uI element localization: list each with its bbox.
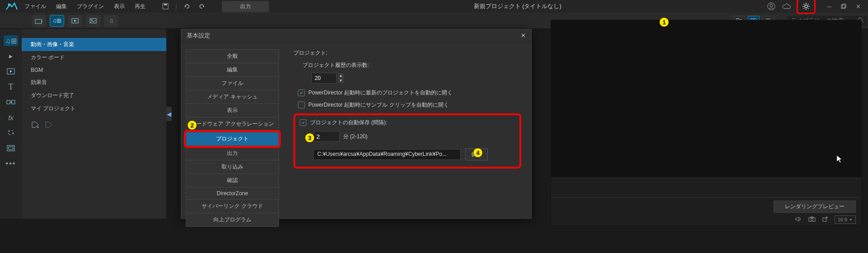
svg-rect-44 — [823, 218, 826, 221]
autosave-path-field[interactable]: C:¥Users¥arcsa¥AppData¥Roaming¥CyberLink… — [313, 149, 461, 160]
svg-rect-28 — [7, 69, 14, 74]
svg-point-33 — [9, 131, 10, 132]
open-recent-label: PowerDirector 起動時に最新のプロジェクトを自動的に開く — [308, 89, 453, 97]
project-title: 新規プロジェクト (タイトルなし) — [270, 2, 765, 10]
svg-rect-9 — [842, 4, 846, 8]
lib-item-media[interactable]: 動画・画像・音楽 — [22, 38, 166, 51]
lib-item-bgm[interactable]: BGM — [22, 64, 166, 76]
rail-video-icon[interactable] — [4, 66, 18, 77]
volume-icon[interactable] — [795, 216, 802, 224]
media-filter-image-icon[interactable] — [86, 15, 100, 27]
nav-hwaccel[interactable]: ハードウェア アクセラレーション — [186, 117, 279, 131]
svg-point-37 — [8, 133, 9, 134]
nav-file[interactable]: ファイル — [186, 77, 279, 90]
lib-item-downloaded[interactable]: ダウンロード完了 — [22, 89, 166, 102]
settings-nav: 全般 編集 ファイル メディア キャッシュ 表示 ハードウェア アクセラレーショ… — [181, 42, 283, 218]
sidebar-collapse-handle[interactable]: ◀ — [166, 107, 172, 121]
nav-project-highlight-box: プロジェクト — [184, 130, 281, 148]
render-preview-button[interactable]: レンダリングプレビュー — [774, 201, 856, 213]
popout-icon[interactable] — [822, 216, 828, 224]
svg-point-35 — [13, 133, 14, 134]
autosave-interval-input[interactable] — [313, 131, 340, 142]
tag-remove-icon[interactable] — [44, 121, 53, 131]
gear-icon[interactable] — [801, 1, 811, 12]
nav-output[interactable]: 出力 — [186, 147, 279, 160]
nav-general[interactable]: 全般 — [186, 49, 279, 63]
history-count-label: プロジェクト履歴の表示数: — [302, 61, 521, 69]
history-up-icon[interactable]: ▲ — [338, 73, 344, 78]
rail-media-icon[interactable]: ♫⊞ — [4, 35, 18, 46]
svg-point-7 — [805, 5, 807, 8]
menu-plugins[interactable]: プラグイン — [72, 1, 108, 12]
dialog-close-icon[interactable]: ✕ — [521, 32, 526, 39]
autosave-interval-unit: 分 (2-120) — [343, 133, 368, 141]
svg-point-42 — [811, 218, 813, 220]
undo-icon[interactable] — [181, 1, 192, 12]
rail-chevron-right-icon[interactable]: ▶ — [4, 51, 18, 61]
media-filter-all-icon[interactable]: ♫⊞ — [50, 15, 64, 27]
nav-confirm[interactable]: 確認 — [186, 174, 279, 187]
nav-mediacache[interactable]: メディア キャッシュ — [186, 90, 279, 104]
svg-marker-32 — [11, 101, 12, 103]
tag-add-icon[interactable]: + — [31, 121, 40, 131]
open-recent-checkbox[interactable] — [298, 89, 305, 96]
rail-transition-icon[interactable] — [4, 97, 18, 108]
minimize-icon[interactable]: ─ — [824, 1, 835, 12]
callout-1: 1 — [659, 17, 669, 27]
save-icon[interactable] — [160, 1, 171, 12]
svg-rect-38 — [7, 145, 14, 151]
project-heading: プロジェクト: — [293, 49, 521, 57]
svg-marker-12 — [74, 19, 76, 22]
rail-fx-icon[interactable]: fx — [4, 112, 18, 123]
svg-point-6 — [770, 4, 773, 7]
lib-item-colorboard[interactable]: カラー ボード — [22, 51, 166, 64]
svg-text:+: + — [37, 125, 39, 130]
open-sample-checkbox[interactable] — [298, 102, 305, 108]
snapshot-icon[interactable] — [808, 216, 816, 223]
history-down-icon[interactable]: ▼ — [338, 78, 344, 83]
preview-panel: レンダリングプレビュー 16:9 ▼ — [551, 20, 862, 226]
nav-display[interactable]: 表示 — [186, 104, 279, 117]
svg-rect-8 — [841, 5, 845, 9]
lib-item-myprojects[interactable]: マイ プロジェクト — [22, 102, 166, 115]
svg-point-5 — [768, 3, 775, 10]
media-filter-video-icon[interactable] — [68, 15, 82, 27]
nav-editing[interactable]: 編集 — [186, 63, 279, 77]
redo-icon[interactable] — [197, 1, 208, 12]
menu-edit[interactable]: 編集 — [52, 1, 71, 12]
output-button[interactable]: 出力 — [222, 1, 269, 12]
import-icon[interactable] — [32, 15, 46, 27]
menu-view[interactable]: 表示 — [109, 1, 129, 12]
media-filter-audio-icon[interactable]: ♫ — [104, 15, 118, 27]
dialog-title-text: 基本設定 — [187, 32, 210, 40]
svg-rect-1 — [163, 4, 168, 9]
account-icon[interactable] — [766, 1, 777, 12]
callout-3: 3 — [305, 133, 315, 143]
rail-frame-icon[interactable] — [4, 143, 18, 154]
rail-more-icon[interactable]: ••• — [4, 158, 18, 169]
rail-particles-icon[interactable] — [4, 127, 18, 138]
menu-file[interactable]: ファイル — [20, 1, 51, 12]
nav-capture[interactable]: 取り込み — [186, 160, 279, 174]
library-category-list: 動画・画像・音楽 カラー ボード BGM 効果音 ダウンロード完了 マイ プロジ… — [22, 29, 166, 219]
history-count-input[interactable] — [311, 73, 337, 84]
nav-cloud[interactable]: サイバーリンク クラウド — [186, 200, 279, 213]
autosave-checkbox[interactable] — [300, 119, 307, 126]
svg-marker-4 — [203, 5, 204, 8]
autosave-label: プロジェクトの自動保存 (間隔): — [310, 119, 387, 126]
cloud-icon[interactable] — [781, 1, 792, 12]
nav-improvement[interactable]: 向上プログラム — [186, 213, 279, 227]
svg-rect-11 — [72, 19, 78, 23]
menu-playback[interactable]: 再生 — [130, 1, 150, 12]
lib-item-soundfx[interactable]: 効果音 — [22, 76, 166, 89]
svg-point-34 — [12, 130, 13, 131]
aspect-ratio-selector[interactable]: 16:9 ▼ — [835, 216, 856, 224]
svg-rect-13 — [90, 19, 96, 23]
nav-project[interactable]: プロジェクト — [186, 132, 279, 146]
nav-directorzone[interactable]: DirectorZone — [186, 187, 279, 200]
chevron-down-icon: ▼ — [849, 218, 853, 222]
rail-title-icon[interactable]: T — [4, 81, 18, 92]
preview-canvas — [551, 20, 861, 178]
maximize-icon[interactable] — [838, 1, 849, 12]
close-icon[interactable]: ✕ — [853, 1, 863, 12]
